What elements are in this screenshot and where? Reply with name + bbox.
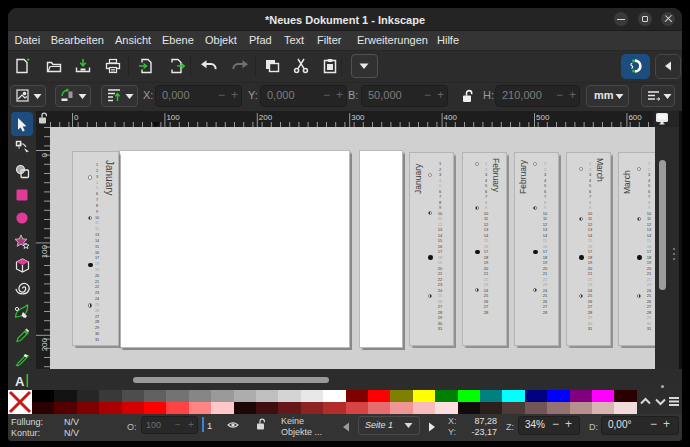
svg-text:March: March — [622, 170, 632, 194]
svg-text:200: 200 — [40, 337, 49, 351]
svg-text:500: 500 — [536, 113, 550, 122]
svg-text:0: 0 — [74, 113, 79, 122]
svg-text:300: 300 — [351, 113, 365, 122]
svg-text:A: A — [15, 373, 25, 388]
svg-text:400: 400 — [444, 113, 458, 122]
svg-text:100: 100 — [166, 113, 180, 122]
svg-text:0: 0 — [40, 152, 49, 157]
svg-text:200: 200 — [259, 113, 273, 122]
svg-text:600: 600 — [628, 113, 642, 122]
svg-text:100: 100 — [40, 244, 49, 258]
